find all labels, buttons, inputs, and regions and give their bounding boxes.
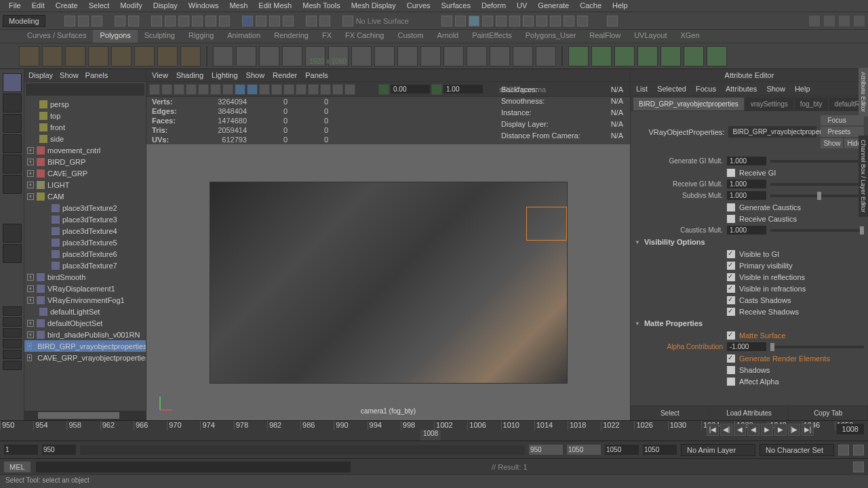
vp-menu-show[interactable]: Show: [246, 71, 265, 79]
shelf-tab-polyuser[interactable]: Polygons_User: [519, 30, 583, 43]
poly-cube-icon[interactable]: [42, 46, 62, 66]
ws-icon1[interactable]: [808, 15, 821, 27]
poly-prism-icon[interactable]: [180, 46, 201, 66]
layout-f-icon[interactable]: [3, 361, 22, 370]
ae-menu-focus[interactable]: Focus: [696, 85, 716, 93]
range-field-1[interactable]: [529, 445, 563, 455]
shelf-tab-fx[interactable]: FX: [315, 30, 338, 43]
sel-mode4-icon[interactable]: [496, 16, 507, 26]
render-icon[interactable]: [242, 16, 253, 26]
sel-mode9-icon[interactable]: [564, 16, 574, 26]
menu-cache[interactable]: Cache: [574, 1, 607, 10]
range-field-2[interactable]: [567, 445, 601, 455]
sel-mode3-icon[interactable]: [482, 16, 493, 26]
vp-film-icon[interactable]: [198, 84, 209, 95]
ae-menu-show[interactable]: Show: [766, 85, 785, 93]
shelf-tab-realflow[interactable]: RealFlow: [583, 30, 627, 43]
goto-end-icon[interactable]: ▶|: [802, 424, 814, 436]
poly-pyramid-icon[interactable]: [157, 46, 178, 66]
poly-tool2-icon[interactable]: [236, 46, 256, 66]
ae-obj-name-field[interactable]: BIRD_GRP_vrayobjectproperties: [728, 126, 816, 138]
ws-icon4[interactable]: [853, 15, 865, 27]
poly-tool14-icon[interactable]: [513, 46, 533, 66]
cmd-input[interactable]: [36, 462, 351, 472]
shelf-tab-uvlayout[interactable]: UVLayout: [627, 30, 673, 43]
outliner-item-bird_shadePublish_v001RN[interactable]: +bird_shadePublish_v001RN: [24, 329, 146, 340]
poly-tool13-icon[interactable]: [490, 46, 510, 66]
outliner-item-CAM[interactable]: +CAM: [24, 190, 146, 202]
vp-bookmark-icon[interactable]: [161, 84, 172, 95]
outliner-item-movement_cntrl[interactable]: +movement_cntrl: [24, 144, 146, 156]
menu-display[interactable]: Display: [148, 1, 183, 10]
current-frame-indicator[interactable]: 1008: [420, 430, 441, 441]
sym-icon[interactable]: [441, 16, 452, 26]
move-tool-icon[interactable]: [3, 134, 22, 153]
vp-menu-render[interactable]: Render: [273, 71, 297, 79]
menu-uv[interactable]: UV: [511, 1, 532, 10]
poly-torus-icon[interactable]: [134, 46, 155, 66]
play-back-icon[interactable]: ◀: [747, 424, 760, 436]
range-slider-bar[interactable]: [80, 445, 525, 455]
layout-a-icon[interactable]: [3, 306, 22, 316]
poly-green5-icon[interactable]: [660, 46, 681, 66]
snap-curve-icon[interactable]: [165, 16, 176, 26]
goto-start-icon[interactable]: |◀: [707, 424, 719, 436]
render-setup-icon[interactable]: [269, 16, 280, 26]
shelf-tab-arnold[interactable]: Arnold: [430, 30, 465, 43]
ae-copy-tab-button[interactable]: Copy Tab: [789, 406, 868, 420]
anim-end-field[interactable]: [643, 445, 677, 455]
menu-edit[interactable]: Edit: [26, 1, 50, 10]
construction2-icon[interactable]: [319, 16, 330, 26]
viewport-3d[interactable]: 1920 x 1080 camera1 (fog_bty): [146, 144, 630, 420]
ae-focus-button[interactable]: Focus: [821, 115, 864, 125]
outliner-item-front[interactable]: front: [24, 121, 146, 133]
shelf-tab-polygons[interactable]: Polygons: [93, 30, 137, 43]
next-key-icon[interactable]: |▶: [788, 424, 800, 436]
ws-icon3[interactable]: [838, 15, 850, 27]
prefs-icon[interactable]: [853, 445, 864, 455]
script-editor-icon[interactable]: [853, 462, 864, 472]
magnet-icon[interactable]: [342, 16, 353, 26]
shelf-tab-painteffects[interactable]: PaintEffects: [465, 30, 519, 43]
sel-mode10-icon[interactable]: [577, 16, 588, 26]
shelf-tab-animation[interactable]: Animation: [220, 30, 267, 43]
vp-gamma-icon[interactable]: [431, 84, 442, 95]
outliner-item-defaultObjectSet[interactable]: +defaultObjectSet: [24, 317, 146, 329]
outliner-item-VRayEnvironmentFog1[interactable]: +VRayEnvironmentFog1: [24, 294, 146, 306]
poly-tool12-icon[interactable]: [467, 46, 487, 66]
outliner-menu-panels[interactable]: Panels: [85, 71, 108, 79]
poly-tool8-icon[interactable]: [374, 46, 395, 66]
menu-surfaces[interactable]: Surfaces: [436, 1, 476, 10]
vp-shading4-icon[interactable]: [271, 84, 282, 95]
vp-menu-view[interactable]: View: [152, 71, 168, 79]
sel-mode6-icon[interactable]: [523, 16, 534, 26]
outliner-item-place3dTexture4[interactable]: place3dTexture4: [24, 225, 146, 237]
vp-resolution-icon[interactable]: [222, 84, 233, 95]
poly-plane-icon[interactable]: [111, 46, 132, 66]
current-frame-field[interactable]: 1008: [837, 424, 864, 434]
poly-green7-icon[interactable]: [707, 46, 727, 66]
paint-tool-icon[interactable]: [3, 114, 22, 133]
side-tab-attribute-editor[interactable]: Attribute Editor: [859, 68, 868, 117]
snap-grid-icon[interactable]: [151, 16, 162, 26]
snap-surface-icon[interactable]: [205, 16, 216, 26]
ws-icon2[interactable]: [823, 15, 835, 27]
outliner-item-place3dTexture6[interactable]: place3dTexture6: [24, 248, 146, 260]
menu-windows[interactable]: Windows: [183, 1, 224, 10]
shelf-tab-sculpting[interactable]: Sculpting: [138, 30, 182, 43]
poly-tool1-icon[interactable]: [213, 46, 233, 66]
vp-xray-icon[interactable]: [296, 84, 307, 95]
poly-green3-icon[interactable]: [614, 46, 635, 66]
ae-menu-selected[interactable]: Selected: [657, 85, 686, 93]
shelf-tab-fxcaching[interactable]: FX Caching: [338, 30, 391, 43]
outliner-scrollbar[interactable]: [24, 411, 146, 420]
snap-plane-icon[interactable]: [192, 16, 203, 26]
step-back-icon[interactable]: ◀: [734, 424, 746, 436]
lock-icon[interactable]: [607, 16, 618, 26]
vp-image-icon[interactable]: [174, 84, 184, 95]
ae-presets-button[interactable]: Presets: [821, 127, 864, 137]
outliner-item-place3dTexture7[interactable]: place3dTexture7: [24, 260, 146, 271]
layout-four-icon[interactable]: [3, 244, 22, 263]
ae-tab-fogbty[interactable]: fog_bty: [795, 98, 828, 110]
outliner-item-CAVE_GRP_vrayobjectproperties[interactable]: +CAVE_GRP_vrayobjectproperties: [24, 352, 146, 363]
